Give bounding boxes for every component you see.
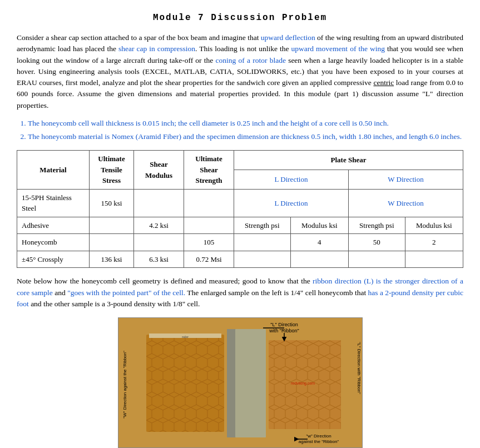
cell-l-modulus: Modulus ksi [290, 217, 348, 234]
col-header-tensile: Ultimate Tensile Stress [98, 155, 125, 185]
col-header-ult-shear: Ultimate ShearStrength [195, 155, 222, 185]
cell-w-strength [348, 251, 405, 268]
svg-text:with "Ribbon": with "Ribbon" [269, 328, 299, 333]
cell-material: Honeycomb [17, 234, 90, 251]
svg-rect-3 [146, 335, 224, 432]
cell-ult-shear: 105 [184, 234, 234, 251]
cell-shear-mod [134, 234, 184, 251]
table-row: Adhesive 4.2 ksi Strength psi Modulus ks… [17, 217, 463, 234]
l-direction-label: L Direction [275, 175, 308, 183]
cell-l-strength [234, 251, 291, 268]
svg-text:against the "Ribbon": against the "Ribbon" [298, 439, 339, 444]
cell-ult-shear [184, 189, 234, 217]
cell-shear-mod: 4.2 ksi [134, 217, 184, 234]
cell-ult-shear [184, 217, 234, 234]
list-item-2: The honeycomb material is Nomex (Aramid … [28, 131, 463, 142]
cell-w-direction: W Direction [348, 189, 463, 217]
cell-l-strength: Strength psi [234, 217, 291, 234]
cell-tensile [90, 217, 134, 234]
cell-l-modulus: 4 [290, 234, 348, 251]
page-title: Module 7 Discussion Problem [17, 11, 463, 24]
cell-tensile [90, 234, 134, 251]
col-header-shear-mod: Shear Modulus [145, 160, 172, 180]
list-item-1: The honeycomb cell wall thickness is 0.0… [28, 118, 463, 129]
svg-text:"L" Direction: "L" Direction [270, 322, 298, 327]
svg-rect-10 [235, 329, 266, 437]
cell-material: 15-5PH Stainless Steel [17, 189, 90, 217]
image-section: ruler redviking.com "L" Direction with "… [17, 317, 463, 448]
cell-l-modulus [290, 251, 348, 268]
table-row: Honeycomb 105 4 50 2 [17, 234, 463, 251]
cell-material: ±45° Crossply [17, 251, 90, 268]
cell-w-modulus: Modulus ksi [405, 217, 463, 234]
cell-w-strength: Strength psi [348, 217, 405, 234]
cell-material: Adhesive [17, 217, 90, 234]
svg-text:redviking.com: redviking.com [291, 381, 315, 386]
requirements-list: The honeycomb cell wall thickness is 0.0… [28, 118, 463, 143]
cell-tensile: 150 ksi [90, 189, 134, 217]
table-row: 15-5PH Stainless Steel 150 ksi L Directi… [17, 189, 463, 217]
cell-shear-mod: 6.3 ksi [134, 251, 184, 268]
cell-ult-shear: 0.72 Msi [184, 251, 234, 268]
cell-w-modulus: 2 [405, 234, 463, 251]
svg-text:"L" Direction with "Ribbon": "L" Direction with "Ribbon" [357, 342, 362, 394]
col-header-plate-shear: Plate Shear [331, 156, 367, 164]
cell-l-direction: L Direction [234, 189, 349, 217]
w-direction-label: W Direction [388, 175, 423, 183]
intro-paragraph: Consider a shear cap section attached to… [17, 32, 463, 111]
materials-table: Material Ultimate Tensile Stress Shear M… [17, 150, 463, 268]
cell-tensile: 136 ksi [90, 251, 134, 268]
svg-text:"w" Direction: "w" Direction [306, 434, 331, 439]
table-row: ±45° Crossply 136 ksi 6.3 ksi 0.72 Msi [17, 251, 463, 268]
honeycomb-svg: ruler redviking.com "L" Direction with "… [118, 318, 363, 448]
col-header-material: Material [39, 166, 66, 174]
note-paragraph: Note below how the honeycomb cell geomet… [17, 276, 463, 310]
cell-w-strength: 50 [348, 234, 405, 251]
cell-w-modulus [405, 251, 463, 268]
cell-shear-mod [134, 189, 184, 217]
svg-text:"W" Direction against the "Rib: "W" Direction against the "Ribbon" [122, 351, 127, 419]
cell-l-strength [234, 234, 291, 251]
svg-text:ruler: ruler [182, 335, 188, 339]
